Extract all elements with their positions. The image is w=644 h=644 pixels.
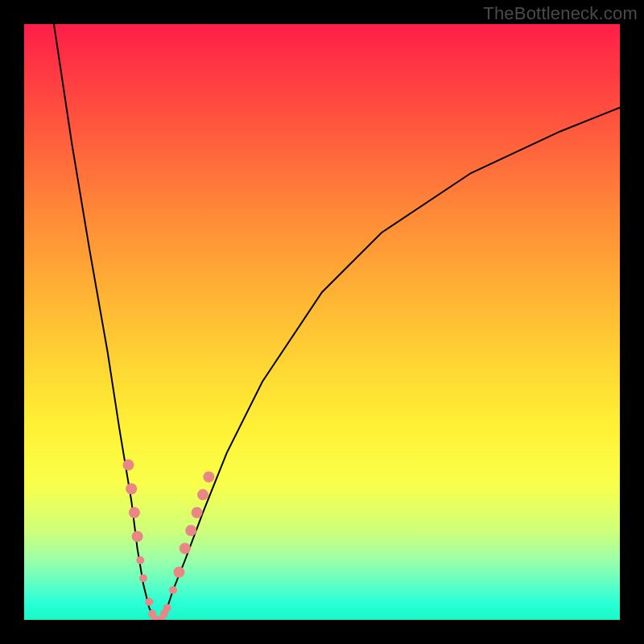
- marker-dot: [163, 604, 171, 612]
- marker-dot: [132, 530, 143, 542]
- marker-dot: [192, 507, 203, 518]
- curve-path: [54, 24, 620, 620]
- plot-area: [24, 24, 620, 620]
- marker-dot: [203, 471, 214, 482]
- marker-group: [123, 460, 215, 620]
- marker-dot: [136, 556, 144, 564]
- marker-dot: [139, 574, 147, 582]
- marker-dot: [180, 543, 191, 554]
- marker-dot: [145, 598, 153, 606]
- marker-dot: [197, 489, 208, 501]
- marker-dot: [169, 586, 177, 594]
- marker-dot: [185, 525, 196, 536]
- chart-frame: TheBottleneck.com: [0, 0, 644, 644]
- watermark-label: TheBottleneck.com: [483, 3, 638, 24]
- marker-dot: [129, 507, 140, 518]
- marker-dot: [123, 460, 134, 471]
- marker-dot: [126, 483, 137, 494]
- marker-dot: [173, 567, 184, 578]
- bottleneck-curve-svg: [24, 24, 620, 620]
